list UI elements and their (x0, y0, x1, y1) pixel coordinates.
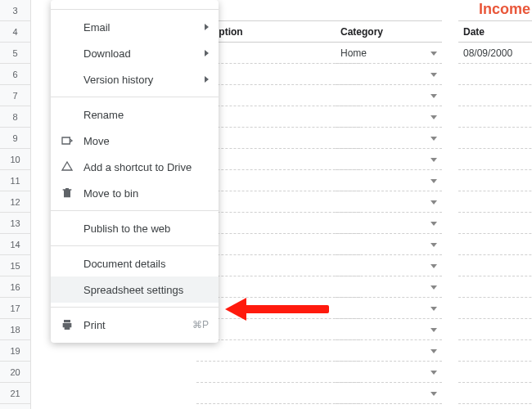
row-header[interactable]: 8 (0, 106, 30, 128)
menu-item-email[interactable]: Email (51, 14, 219, 40)
cell[interactable] (458, 0, 532, 21)
cell[interactable] (458, 276, 532, 298)
chevron-down-icon[interactable] (431, 264, 437, 268)
chevron-down-icon[interactable] (431, 307, 437, 311)
cell[interactable] (336, 276, 442, 298)
row-header[interactable]: 19 (0, 340, 30, 362)
chevron-down-icon[interactable] (431, 371, 437, 375)
cell[interactable] (458, 128, 532, 149)
row-header[interactable]: 5 (0, 43, 30, 64)
cell[interactable] (458, 234, 532, 255)
row-header[interactable]: 12 (0, 191, 30, 213)
menu-label: Email (83, 21, 205, 34)
chevron-down-icon[interactable] (431, 328, 437, 332)
chevron-down-icon[interactable] (431, 222, 437, 226)
cell[interactable] (458, 340, 532, 362)
row-header[interactable]: 20 (0, 362, 30, 383)
menu-item-spreadsheet-settings[interactable]: Spreadsheet settings (51, 276, 219, 303)
chevron-down-icon[interactable] (431, 52, 437, 56)
cell[interactable] (458, 298, 532, 319)
row-header[interactable]: 9 (0, 128, 30, 149)
cell[interactable] (458, 255, 532, 276)
chevron-down-icon[interactable] (431, 179, 437, 183)
cell[interactable] (336, 128, 442, 149)
chevron-right-icon (205, 76, 209, 83)
row-header[interactable]: 3 (0, 0, 30, 21)
cell[interactable] (336, 106, 442, 128)
menu-item-download[interactable]: Download (51, 40, 219, 66)
cell[interactable] (336, 0, 442, 21)
menu-item-document-details[interactable]: Document details (51, 250, 219, 276)
cell[interactable] (458, 106, 532, 128)
drive-shortcut-icon (59, 160, 75, 173)
menu-label: Version history (83, 74, 205, 86)
chevron-down-icon[interactable] (431, 73, 437, 77)
chevron-down-icon[interactable] (431, 243, 437, 247)
row-header[interactable]: 4 (0, 21, 30, 43)
row-header[interactable]: 6 (0, 64, 30, 85)
cell[interactable] (336, 255, 442, 276)
cell[interactable] (336, 319, 442, 340)
column-header-date[interactable]: Date (458, 21, 532, 43)
cell[interactable] (458, 213, 532, 234)
cell[interactable] (336, 383, 442, 404)
menu-item-move-to-bin[interactable]: Move to bin (51, 180, 219, 206)
cell[interactable] (458, 362, 532, 383)
cell[interactable] (458, 64, 532, 85)
chevron-down-icon[interactable] (431, 115, 437, 119)
menu-label: Move to bin (83, 187, 209, 200)
menu-label: Move (83, 135, 209, 147)
chevron-down-icon[interactable] (431, 200, 437, 204)
chevron-right-icon (205, 50, 209, 56)
chevron-right-icon (205, 24, 209, 30)
cell[interactable] (336, 234, 442, 255)
cell-date[interactable]: 08/09/2000 (458, 43, 532, 64)
menu-item-rename[interactable]: Rename (51, 101, 219, 128)
row-header[interactable]: 21 (0, 383, 30, 404)
row-header[interactable]: 7 (0, 85, 30, 106)
cell[interactable] (336, 85, 442, 106)
cell[interactable] (458, 191, 532, 213)
cell[interactable] (458, 85, 532, 106)
menu-divider (51, 307, 219, 308)
chevron-down-icon[interactable] (431, 285, 437, 290)
row-header[interactable]: 13 (0, 213, 30, 234)
cell[interactable] (336, 298, 442, 319)
menu-label: Add a shortcut to Drive (83, 161, 209, 173)
chevron-down-icon[interactable] (431, 392, 437, 396)
cell[interactable] (458, 319, 532, 340)
cell[interactable] (336, 170, 442, 191)
menu-divider (51, 245, 219, 246)
chevron-down-icon[interactable] (431, 158, 437, 162)
cell[interactable] (336, 213, 442, 234)
menu-label: Download (83, 47, 205, 60)
cell[interactable] (458, 170, 532, 191)
menu-item-print[interactable]: Print ⌘P (51, 312, 219, 338)
row-header[interactable]: 18 (0, 319, 30, 340)
cell[interactable] (458, 383, 532, 404)
row-header[interactable]: 15 (0, 255, 30, 276)
chevron-down-icon[interactable] (431, 137, 437, 141)
cell[interactable] (336, 340, 442, 362)
chevron-down-icon[interactable] (431, 349, 437, 353)
row-header[interactable]: 11 (0, 170, 30, 191)
cell[interactable] (458, 149, 532, 170)
cell-category[interactable]: Home (336, 43, 442, 64)
cell[interactable] (336, 362, 442, 383)
cell[interactable] (336, 191, 442, 213)
menu-item-version-history[interactable]: Version history (51, 66, 219, 92)
menu-item-publish[interactable]: Publish to the web (51, 215, 219, 241)
menu-divider (51, 210, 219, 211)
chevron-down-icon[interactable] (431, 94, 437, 98)
row-header[interactable]: 14 (0, 234, 30, 255)
cell[interactable] (336, 64, 442, 85)
row-header[interactable]: 10 (0, 149, 30, 170)
move-icon (59, 134, 75, 147)
menu-item-move[interactable]: Move (51, 128, 219, 154)
row-header[interactable]: 17 (0, 298, 30, 319)
row-header[interactable]: 16 (0, 276, 30, 298)
menu-item-add-shortcut[interactable]: Add a shortcut to Drive (51, 154, 219, 180)
menu-divider (51, 97, 219, 97)
cell[interactable] (336, 149, 442, 170)
column-header-category[interactable]: Category (336, 21, 442, 43)
